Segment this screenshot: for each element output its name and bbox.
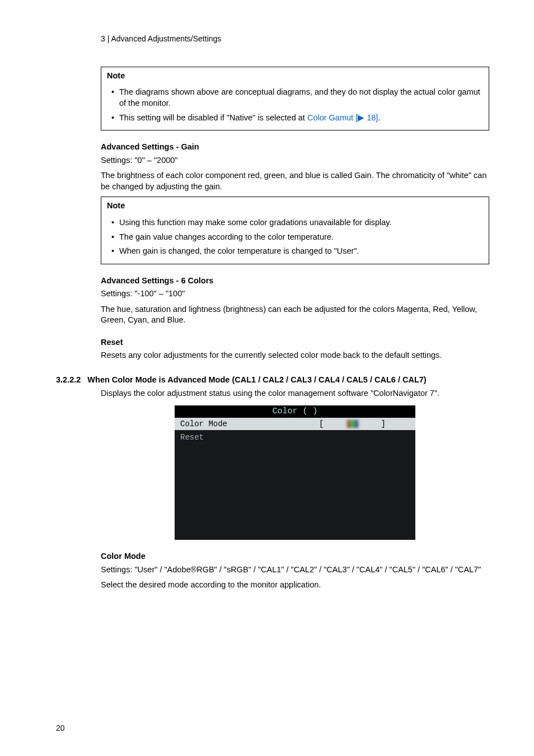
note-box-2: Note Using this function may make some c…	[101, 197, 489, 264]
note-title: Note	[107, 200, 483, 212]
settings-range: Settings: "0" – "2000"	[101, 155, 489, 166]
description: The hue, saturation and lightness (brigh…	[101, 304, 489, 326]
settings-range: Settings: "-100" – "100"	[101, 288, 489, 300]
note-item-text: This setting will be disabled if "Native…	[119, 113, 307, 122]
description: Displays the color adjustment status usi…	[101, 388, 489, 399]
description: Resets any color adjustments for the cur…	[101, 350, 489, 361]
note-title: Note	[107, 71, 483, 82]
heading-advanced-mode: When Color Mode is Advanced Mode (CAL1 /…	[87, 375, 426, 386]
settings-range: Settings: "User" / "Adobe®RGB" / "sRGB" …	[101, 564, 489, 576]
color-swatch-icon	[346, 419, 359, 428]
heading-reset: Reset	[101, 337, 489, 348]
note-box-1: Note The diagrams shown above are concep…	[101, 67, 489, 130]
note-item: The diagrams shown above are conceptual …	[119, 87, 483, 109]
link-color-gamut[interactable]: Color Gamut [▶ 18]	[307, 113, 378, 122]
running-header: 3 | Advanced Adjustments/Settings	[101, 34, 489, 44]
osd-title: Color ( )	[175, 405, 415, 418]
heading-number: 3.2.2.2	[56, 375, 81, 386]
heading-gain: Advanced Settings - Gain	[101, 142, 489, 153]
osd-title-text: Color ( )	[272, 407, 317, 416]
description: The brightness of each color component r…	[101, 170, 489, 192]
description: Select the desired mode according to the…	[101, 580, 489, 591]
osd-row-label: Color Mode	[180, 419, 295, 430]
note-item-text: .	[378, 113, 380, 122]
bracket-left: [	[319, 419, 324, 430]
heading-color-mode: Color Mode	[101, 551, 489, 562]
osd-screenshot: Color ( ) Color Mode [ ] Reset	[175, 405, 415, 540]
note-item: This setting will be disabled if "Native…	[119, 113, 483, 124]
page-number: 20	[56, 723, 65, 734]
note-item: The gain value changes according to the …	[119, 232, 483, 243]
osd-row-color-mode: Color Mode [ ]	[175, 418, 415, 430]
bracket-right: ]	[381, 419, 386, 430]
heading-6colors: Advanced Settings - 6 Colors	[101, 276, 489, 287]
note-item: Using this function may make some color …	[119, 217, 483, 228]
osd-row-reset: Reset	[175, 430, 415, 443]
note-item: When gain is changed, the color temperat…	[119, 246, 483, 257]
